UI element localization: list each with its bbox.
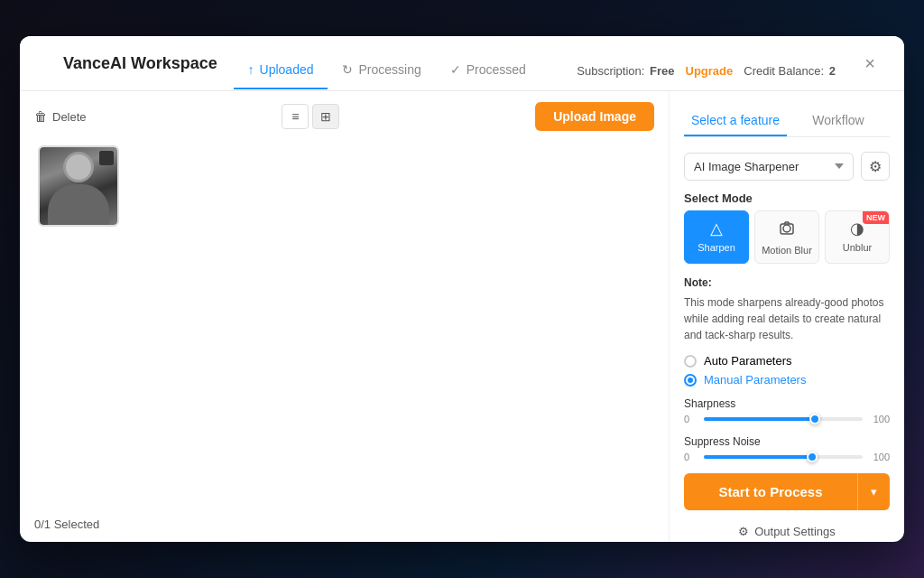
motion-blur-label: Motion Blur	[762, 245, 812, 256]
upgrade-link[interactable]: Upgrade	[686, 64, 734, 78]
note-box: Note: This mode sharpens already-good ph…	[684, 275, 890, 343]
manual-radio-circle	[684, 374, 697, 387]
status-bar: 0/1 Selected	[34, 510, 654, 531]
left-panel: 🗑 Delete ≡ ⊞ Upload Image	[20, 91, 670, 542]
thumbnail-checkbox[interactable]	[99, 151, 114, 165]
start-process-button[interactable]: Start to Process	[684, 473, 857, 510]
modal-title: VanceAI Workspace	[63, 54, 217, 88]
processed-icon: ✓	[450, 62, 461, 77]
feature-select-dropdown[interactable]: AI Image Sharpener AI Image Denoiser AI …	[684, 153, 854, 181]
gear-icon: ⚙	[869, 158, 882, 175]
feature-tabs: Select a feature Workflow	[684, 106, 890, 137]
trash-icon: 🗑	[34, 109, 47, 124]
mode-motion-blur-button[interactable]: Motion Blur	[754, 210, 819, 264]
output-settings-label: Output Settings	[754, 525, 836, 538]
grid-icon: ⊞	[320, 109, 331, 124]
list-icon: ≡	[291, 109, 299, 124]
selection-count: 0/1 Selected	[34, 517, 99, 531]
sharpen-icon: △	[710, 219, 723, 238]
right-panel: Select a feature Workflow AI Image Sharp…	[670, 91, 904, 542]
camera-svg	[778, 219, 796, 237]
manual-parameters-label: Manual Parameters	[704, 373, 806, 387]
upload-icon: ↑	[248, 62, 254, 77]
suppress-noise-thumb[interactable]	[807, 452, 818, 462]
tab-processed[interactable]: ✓ Processed	[436, 51, 541, 89]
sharpen-label: Sharpen	[698, 242, 735, 253]
image-grid	[34, 142, 654, 510]
suppress-noise-max: 100	[868, 452, 890, 462]
image-thumbnail[interactable]	[38, 145, 119, 227]
tab-workflow[interactable]: Workflow	[787, 106, 890, 136]
auto-parameters-label: Auto Parameters	[704, 354, 792, 368]
view-toggle: ≡ ⊞	[282, 104, 339, 129]
tab-processing-label: Processing	[358, 62, 420, 77]
delete-button[interactable]: 🗑 Delete	[34, 109, 87, 124]
check-icon	[99, 151, 114, 165]
suppress-noise-slider-row: 0 100	[684, 452, 890, 462]
process-dropdown-button[interactable]: ▾	[857, 473, 890, 510]
mode-buttons: △ Sharpen Motion Blur	[684, 210, 890, 264]
tab-select-feature[interactable]: Select a feature	[684, 106, 787, 136]
sharpness-thumb[interactable]	[809, 414, 820, 424]
svg-point-1	[783, 225, 790, 232]
select-mode-label: Select Mode	[684, 191, 890, 205]
processing-icon: ↻	[342, 62, 353, 77]
camera-icon	[778, 219, 796, 241]
workspace-modal: VanceAI Workspace ↑ Uploaded ↻ Processin…	[20, 36, 904, 542]
chevron-down-icon: ▾	[871, 485, 877, 499]
mode-unblur-button[interactable]: ◑ Unblur NEW	[825, 210, 890, 264]
svg-rect-0	[99, 151, 114, 165]
select-mode-section: Select Mode △ Sharpen	[684, 191, 890, 264]
auto-radio-circle	[684, 355, 697, 368]
suppress-noise-label: Suppress Noise	[684, 435, 890, 448]
suppress-noise-slider[interactable]	[704, 455, 863, 459]
manual-parameters-radio[interactable]: Manual Parameters	[684, 373, 890, 387]
tab-processed-label: Processed	[467, 62, 526, 77]
gear-output-icon: ⚙	[738, 525, 749, 538]
suppress-noise-section: Suppress Noise 0 100	[684, 435, 890, 462]
action-row: Start to Process ▾	[684, 473, 890, 510]
suppress-noise-min: 0	[684, 452, 698, 462]
tabs-row: VanceAI Workspace ↑ Uploaded ↻ Processin…	[42, 51, 857, 89]
upload-image-button[interactable]: Upload Image	[535, 102, 654, 131]
header-right: Subscription: Free Upgrade Credit Balanc…	[577, 64, 836, 78]
subscription-label: Subscription: Free	[577, 64, 674, 78]
mode-sharpen-button[interactable]: △ Sharpen	[684, 210, 749, 264]
grid-view-button[interactable]: ⊞	[312, 104, 339, 129]
note-title: Note:	[684, 275, 890, 291]
unblur-label: Unblur	[843, 242, 872, 253]
tab-processing[interactable]: ↻ Processing	[328, 51, 435, 89]
sharpness-max: 100	[868, 414, 890, 424]
sharpness-fill	[704, 417, 815, 421]
sharpness-label: Sharpness	[684, 397, 890, 410]
sharpness-section: Sharpness 0 100	[684, 397, 890, 424]
modal-body: 🗑 Delete ≡ ⊞ Upload Image	[20, 91, 904, 542]
new-badge: NEW	[863, 211, 889, 224]
sharpness-slider-row: 0 100	[684, 414, 890, 424]
parameters-section: Auto Parameters Manual Parameters	[684, 354, 890, 387]
credit-balance: Credit Balance: 2	[744, 64, 836, 78]
tab-uploaded[interactable]: ↑ Uploaded	[234, 51, 328, 89]
output-settings[interactable]: ⚙ Output Settings	[684, 521, 890, 538]
settings-gear-button[interactable]: ⚙	[861, 152, 890, 181]
feature-select-row: AI Image Sharpener AI Image Denoiser AI …	[684, 152, 890, 181]
auto-parameters-radio[interactable]: Auto Parameters	[684, 354, 890, 368]
close-button[interactable]: ×	[857, 51, 882, 76]
tab-uploaded-label: Uploaded	[260, 62, 314, 77]
sharpness-min: 0	[684, 414, 698, 424]
modal-header: VanceAI Workspace ↑ Uploaded ↻ Processin…	[20, 36, 904, 91]
toolbar: 🗑 Delete ≡ ⊞ Upload Image	[34, 102, 654, 131]
sharpness-slider[interactable]	[704, 417, 863, 421]
note-text: This mode sharpens already-good photos w…	[684, 296, 883, 341]
suppress-noise-fill	[704, 455, 812, 459]
list-view-button[interactable]: ≡	[282, 104, 309, 129]
